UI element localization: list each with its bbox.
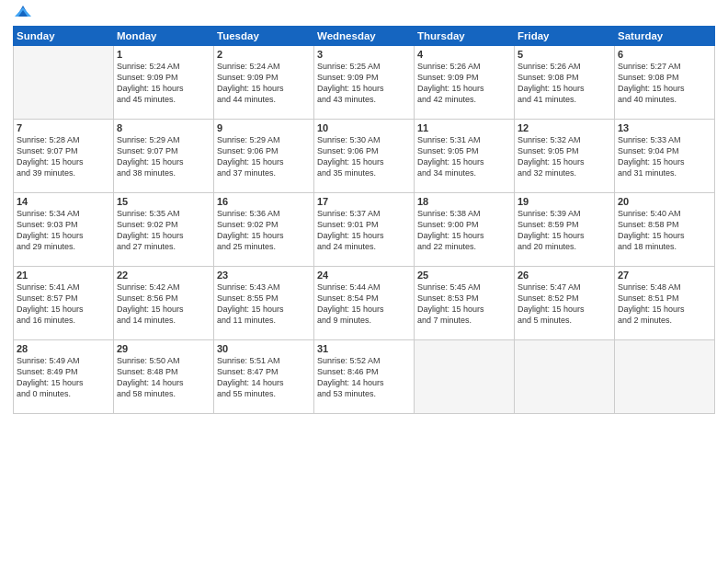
calendar-cell: 23Sunrise: 5:43 AM Sunset: 8:55 PM Dayli… [214,267,314,340]
week-row-0: 1Sunrise: 5:24 AM Sunset: 9:09 PM Daylig… [14,46,715,120]
day-info: Sunrise: 5:39 AM Sunset: 8:59 PM Dayligh… [518,208,611,253]
day-info: Sunrise: 5:43 AM Sunset: 8:55 PM Dayligh… [217,282,311,327]
day-number: 13 [618,122,711,133]
calendar-cell [515,340,615,414]
calendar-cell: 20Sunrise: 5:40 AM Sunset: 8:58 PM Dayli… [615,193,715,267]
day-info: Sunrise: 5:35 AM Sunset: 9:02 PM Dayligh… [117,208,210,253]
week-row-3: 21Sunrise: 5:41 AM Sunset: 8:57 PM Dayli… [14,267,715,340]
day-number: 28 [17,343,110,354]
day-info: Sunrise: 5:32 AM Sunset: 9:05 PM Dayligh… [518,134,611,179]
day-number: 25 [417,270,511,281]
calendar-cell: 5Sunrise: 5:26 AM Sunset: 9:08 PM Daylig… [515,46,615,120]
day-info: Sunrise: 5:31 AM Sunset: 9:05 PM Dayligh… [417,134,511,179]
calendar-cell: 30Sunrise: 5:51 AM Sunset: 8:47 PM Dayli… [214,340,314,414]
calendar-cell: 21Sunrise: 5:41 AM Sunset: 8:57 PM Dayli… [14,267,114,340]
calendar-cell: 16Sunrise: 5:36 AM Sunset: 9:02 PM Dayli… [214,193,314,267]
logo-icon [15,4,31,20]
day-info: Sunrise: 5:50 AM Sunset: 8:48 PM Dayligh… [117,355,210,400]
calendar-cell [615,340,715,414]
day-info: Sunrise: 5:49 AM Sunset: 8:49 PM Dayligh… [17,355,110,400]
weekday-header-row: SundayMondayTuesdayWednesdayThursdayFrid… [14,27,715,46]
day-info: Sunrise: 5:41 AM Sunset: 8:57 PM Dayligh… [17,282,110,327]
day-number: 27 [618,270,711,281]
day-info: Sunrise: 5:24 AM Sunset: 9:09 PM Dayligh… [117,61,210,106]
day-number: 19 [518,196,611,207]
day-number: 2 [217,49,311,60]
day-number: 3 [317,49,411,60]
day-info: Sunrise: 5:47 AM Sunset: 8:52 PM Dayligh… [518,282,611,327]
day-info: Sunrise: 5:45 AM Sunset: 8:53 PM Dayligh… [417,282,511,327]
day-number: 7 [17,122,110,133]
day-info: Sunrise: 5:29 AM Sunset: 9:07 PM Dayligh… [117,134,210,179]
day-info: Sunrise: 5:24 AM Sunset: 9:09 PM Dayligh… [217,61,311,106]
day-number: 23 [217,270,311,281]
day-info: Sunrise: 5:44 AM Sunset: 8:54 PM Dayligh… [317,282,411,327]
week-row-4: 28Sunrise: 5:49 AM Sunset: 8:49 PM Dayli… [14,340,715,414]
day-info: Sunrise: 5:34 AM Sunset: 9:03 PM Dayligh… [17,208,110,253]
calendar-cell: 27Sunrise: 5:48 AM Sunset: 8:51 PM Dayli… [615,267,715,340]
day-info: Sunrise: 5:33 AM Sunset: 9:04 PM Dayligh… [618,134,711,179]
calendar-cell: 10Sunrise: 5:30 AM Sunset: 9:06 PM Dayli… [314,120,415,193]
weekday-header-thursday: Thursday [415,27,515,46]
calendar-cell: 31Sunrise: 5:52 AM Sunset: 8:46 PM Dayli… [314,340,415,414]
day-info: Sunrise: 5:52 AM Sunset: 8:46 PM Dayligh… [317,355,411,400]
weekday-header-sunday: Sunday [14,27,114,46]
weekday-header-wednesday: Wednesday [314,27,415,46]
day-info: Sunrise: 5:48 AM Sunset: 8:51 PM Dayligh… [618,282,711,327]
weekday-header-tuesday: Tuesday [214,27,314,46]
day-info: Sunrise: 5:29 AM Sunset: 9:06 PM Dayligh… [217,134,311,179]
day-number: 15 [117,196,210,207]
calendar-cell: 1Sunrise: 5:24 AM Sunset: 9:09 PM Daylig… [114,46,214,120]
calendar-cell: 15Sunrise: 5:35 AM Sunset: 9:02 PM Dayli… [114,193,214,267]
day-number: 20 [618,196,711,207]
calendar-cell: 25Sunrise: 5:45 AM Sunset: 8:53 PM Dayli… [415,267,515,340]
day-info: Sunrise: 5:28 AM Sunset: 9:07 PM Dayligh… [17,134,110,179]
calendar-cell: 12Sunrise: 5:32 AM Sunset: 9:05 PM Dayli… [515,120,615,193]
header [13,9,715,20]
calendar-cell: 6Sunrise: 5:27 AM Sunset: 9:08 PM Daylig… [615,46,715,120]
calendar-cell [14,46,114,120]
logo [13,13,31,20]
calendar-cell: 13Sunrise: 5:33 AM Sunset: 9:04 PM Dayli… [615,120,715,193]
calendar-cell: 7Sunrise: 5:28 AM Sunset: 9:07 PM Daylig… [14,120,114,193]
page: SundayMondayTuesdayWednesdayThursdayFrid… [0,0,728,563]
day-number: 31 [317,343,411,354]
calendar-cell [415,340,515,414]
day-info: Sunrise: 5:25 AM Sunset: 9:09 PM Dayligh… [317,61,411,106]
day-number: 26 [518,270,611,281]
day-number: 10 [317,122,411,133]
day-info: Sunrise: 5:37 AM Sunset: 9:01 PM Dayligh… [317,208,411,253]
day-number: 9 [217,122,311,133]
day-info: Sunrise: 5:26 AM Sunset: 9:09 PM Dayligh… [417,61,511,106]
day-info: Sunrise: 5:26 AM Sunset: 9:08 PM Dayligh… [518,61,611,106]
day-number: 11 [417,122,511,133]
calendar-cell: 14Sunrise: 5:34 AM Sunset: 9:03 PM Dayli… [14,193,114,267]
week-row-2: 14Sunrise: 5:34 AM Sunset: 9:03 PM Dayli… [14,193,715,267]
day-number: 18 [417,196,511,207]
calendar-table: SundayMondayTuesdayWednesdayThursdayFrid… [13,26,715,414]
day-info: Sunrise: 5:27 AM Sunset: 9:08 PM Dayligh… [618,61,711,106]
calendar-cell: 19Sunrise: 5:39 AM Sunset: 8:59 PM Dayli… [515,193,615,267]
day-number: 1 [117,49,210,60]
day-number: 30 [217,343,311,354]
day-number: 12 [518,122,611,133]
day-number: 24 [317,270,411,281]
calendar-cell: 11Sunrise: 5:31 AM Sunset: 9:05 PM Dayli… [415,120,515,193]
calendar-cell: 22Sunrise: 5:42 AM Sunset: 8:56 PM Dayli… [114,267,214,340]
day-number: 4 [417,49,511,60]
day-info: Sunrise: 5:42 AM Sunset: 8:56 PM Dayligh… [117,282,210,327]
day-number: 16 [217,196,311,207]
day-number: 8 [117,122,210,133]
calendar-cell: 8Sunrise: 5:29 AM Sunset: 9:07 PM Daylig… [114,120,214,193]
weekday-header-monday: Monday [114,27,214,46]
day-number: 17 [317,196,411,207]
calendar-cell: 24Sunrise: 5:44 AM Sunset: 8:54 PM Dayli… [314,267,415,340]
day-number: 6 [618,49,711,60]
day-info: Sunrise: 5:51 AM Sunset: 8:47 PM Dayligh… [217,355,311,400]
day-number: 14 [17,196,110,207]
day-number: 5 [518,49,611,60]
calendar-cell: 9Sunrise: 5:29 AM Sunset: 9:06 PM Daylig… [214,120,314,193]
day-info: Sunrise: 5:38 AM Sunset: 9:00 PM Dayligh… [417,208,511,253]
weekday-header-friday: Friday [515,27,615,46]
calendar-cell: 26Sunrise: 5:47 AM Sunset: 8:52 PM Dayli… [515,267,615,340]
